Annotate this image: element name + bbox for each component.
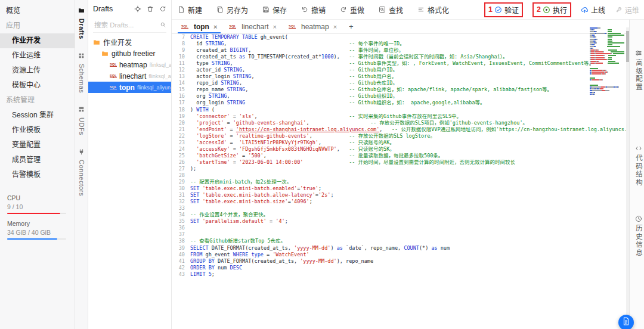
editor-tab-linechart[interactable]: SQLlinechart× [223,20,283,33]
code-text: LIMIT 5; [185,271,215,278]
format-button[interactable]: 格式化 [417,5,449,15]
trash-icon[interactable] [147,5,154,13]
drafts-search[interactable] [93,18,166,33]
ops-label: 运维 [625,5,639,15]
find-button[interactable]: 查找 [379,5,403,15]
nav-item-4[interactable]: 资源上传 [0,63,75,78]
code-line: 25 'batchGetSize' = '500', -- 批量读取数据，每批最… [172,153,630,159]
right-tab-code[interactable]: 代码结构 [634,145,643,187]
minimap-line [590,42,624,44]
editor-tab-topn[interactable]: SQLtopn× [175,20,223,33]
minimap-line [590,63,624,64]
code-text: SET 'table.exec.mini-batch.allow-latency… [185,192,334,198]
copy-button[interactable]: 另存为 [216,5,248,15]
locate-icon[interactable] [134,5,141,13]
code-line: 7CREATE TEMPORARY TABLE gh_event( [172,34,630,41]
undo-button[interactable]: 撤销 [301,5,326,15]
save-icon [262,6,270,13]
nav-item-11[interactable]: 告警模板 [0,167,75,182]
line-number: 16 [172,93,185,100]
code-line: 27); [172,166,630,172]
line-number: 29 [172,179,185,185]
nav-item-0[interactable]: 概览 [0,4,75,18]
code-text: 'accessId' = 'LTAI5tNF1rP8PKVyYjr9TKgh',… [185,139,395,146]
nav-item-3[interactable]: 作业运维 [0,48,75,63]
line-number: 43 [172,271,185,278]
redo-button[interactable]: 重做 [340,5,364,15]
editor-tab-label: linechart [242,23,268,31]
line-number: 41 [172,258,185,265]
toolbar-button-label: 保存 [273,5,287,15]
refresh-icon[interactable] [159,5,166,13]
line-number: 30 [172,185,185,192]
toolbar-button-label: 查找 [389,5,403,15]
nav-item-7[interactable]: Session 集群 [0,108,75,123]
minimap-line [590,49,624,51]
task-list-fab[interactable] [618,315,634,329]
line-number: 40 [172,252,185,258]
nav-item-9[interactable]: 变量配置 [0,138,75,153]
nav-item-8[interactable]: 作业模板 [0,123,75,138]
editor-tab-label: heatmap [301,23,329,31]
right-tab-clock[interactable]: 历史信息 [634,215,643,257]
side-tab-udfs[interactable]: UDFs [75,99,88,141]
code-line: 14 repo_id STRING, -- Github仓库ID。 [172,80,630,86]
close-icon[interactable]: × [273,23,277,30]
tree-item-topn[interactable]: SQLtopnflinksql_aliyun_test@str... [88,82,171,93]
code-text: 'startTime' = '2023-06-01 14:00:00' -- 开… [185,159,515,166]
code-line: 12 actor_id STRING, -- Github用户ID。 [172,67,630,73]
tree-item-heatmap[interactable]: SQLheatmapflinksql_aliyun_tes... [88,59,171,70]
nav-item-10[interactable]: 成员管理 [0,153,75,167]
close-icon[interactable]: × [333,23,337,30]
code-line: 39SELECT DATE_FORMAT(created_at_ts, 'yyy… [172,245,630,252]
sliders-icon [635,49,642,57]
tree-item-作业开发[interactable]: 作业开发 [88,36,171,48]
side-tab-connectors[interactable]: Connectors [75,141,88,202]
minimap-line [590,83,624,84]
line-number: 7 [172,34,185,41]
plug-icon [78,147,85,157]
nav-item-2[interactable]: 作业开发 [0,33,75,48]
code-text: created_at BIGINT, -- 事件时间，单位秒。 [185,47,404,54]
sql-code-editor[interactable]: 7CREATE TEMPORARY TABLE gh_event(8 id ST… [172,34,630,329]
new-tab-button[interactable]: + [343,20,360,33]
execute-button[interactable]: 2 执行 [532,2,571,17]
line-number: 26 [172,159,185,166]
minimap-line [590,36,624,38]
code-text: ORDER BY num DESC [185,265,242,271]
tree-item-github-freetier[interactable]: github freetier [88,48,171,59]
line-number: 42 [172,265,185,271]
drafts-panel-title: Drafts [93,5,134,13]
code-text: 'logStore' = 'realtime-github-events', -… [185,133,435,139]
side-tab-drafts[interactable]: Drafts [75,0,88,45]
validate-label: 验证 [504,5,519,15]
code-line: 22 'logStore' = 'realtime-github-events'… [172,133,630,139]
editor-minimap[interactable] [590,27,624,105]
minimap-line [590,44,624,45]
validate-button[interactable]: 1 验证 [484,2,523,17]
line-number: 11 [172,60,185,67]
code-text: SET 'parallelism.default' = '4'; [185,218,288,225]
minimap-line [590,94,624,95]
code-line: 43LIMIT 5; [172,271,630,278]
drafts-search-input[interactable] [93,21,160,29]
line-number: 24 [172,146,185,153]
sql-file-icon: SQL [110,74,117,78]
code-text: 'connector' = 'sls', -- 实时采集的Github事件存放在… [185,113,462,120]
nav-item-5[interactable]: 模板中心 [0,78,75,93]
code-line: 29-- 配置开启mini-batch，每2s处理一次。 [172,179,630,185]
side-tab-schemas[interactable]: Schemas [75,45,88,99]
save-button[interactable]: 保存 [262,5,287,15]
editor-tab-heatmap[interactable]: SQLheatmap× [283,20,343,33]
tree-item-suffix: flinksql_aliyun_tes... [150,62,171,68]
side-tab-label: Drafts [78,18,85,39]
close-icon[interactable]: × [213,23,217,30]
minimap-line [590,41,624,42]
tree-item-linechart[interactable]: SQLlinechartflinksql_aliyun_tes... [88,70,171,82]
minimap-line [590,86,624,88]
resource-usage: CPU 9 / 10 Memory 34 GiB / 40 GiB [7,188,66,240]
deploy-button[interactable]: 上线 [581,5,605,15]
code-line: 16 org STRING, -- Github组织ID。 [172,93,630,100]
right-tab-sliders[interactable]: 高级配置 [634,49,643,91]
doc-new-button[interactable]: 新建 [178,5,202,15]
